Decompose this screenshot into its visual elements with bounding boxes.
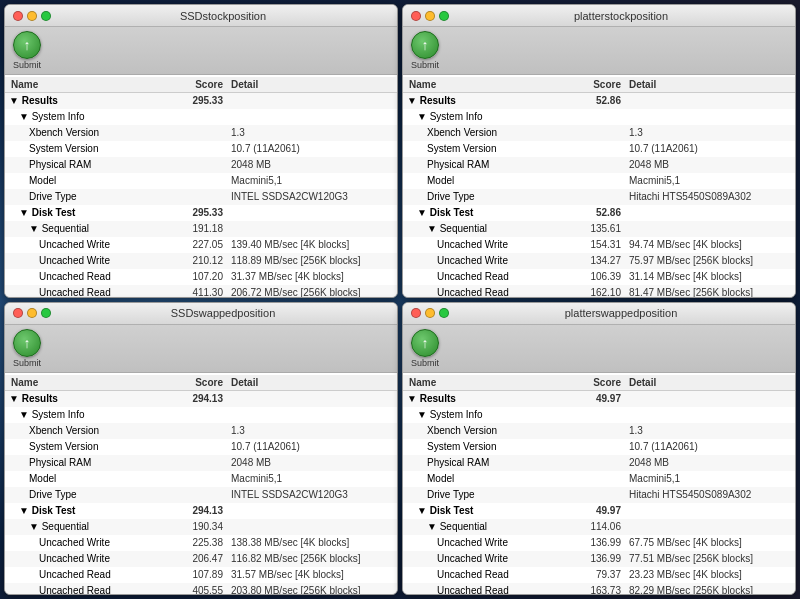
submit-label: Submit [411, 60, 439, 70]
row-detail: 2048 MB [231, 158, 393, 172]
row-score [569, 142, 629, 156]
row-detail: 1.3 [629, 126, 791, 140]
table-row: Model Macmini5,1 [403, 471, 795, 487]
maximize-button[interactable] [41, 308, 51, 318]
row-detail: 116.82 MB/sec [256K blocks] [231, 552, 393, 566]
row-name: Uncached Read [9, 568, 171, 582]
row-name: ▼ Results [9, 94, 171, 108]
table-row: Drive Type Hitachi HTS5450S089A302 [403, 487, 795, 503]
content-area: Name Score Detail ▼ Results 52.86 ▼ Syst… [403, 75, 795, 297]
row-name: ▼ Disk Test [9, 504, 171, 518]
row-score: 294.13 [171, 504, 231, 518]
table-row: Uncached Write 134.27 75.97 MB/sec [256K… [403, 253, 795, 269]
row-detail: 10.7 (11A2061) [629, 142, 791, 156]
minimize-button[interactable] [425, 11, 435, 21]
close-button[interactable] [13, 11, 23, 21]
table-row: Model Macmini5,1 [5, 173, 397, 189]
close-button[interactable] [411, 308, 421, 318]
submit-button[interactable]: Submit [13, 329, 41, 368]
row-detail: 77.51 MB/sec [256K blocks] [629, 552, 791, 566]
table-row: ▼ Disk Test 49.97 [403, 503, 795, 519]
row-name: Uncached Write [9, 552, 171, 566]
row-detail: 82.29 MB/sec [256K blocks] [629, 584, 791, 595]
row-score: 225.38 [171, 536, 231, 550]
row-name: ▼ Results [9, 392, 171, 406]
row-name: ▼ Disk Test [407, 504, 569, 518]
row-name: Uncached Write [9, 536, 171, 550]
row-score [569, 126, 629, 140]
row-detail: 1.3 [231, 126, 393, 140]
row-score [171, 126, 231, 140]
row-name: Model [9, 174, 171, 188]
row-detail: INTEL SSDSA2CW120G3 [231, 488, 393, 502]
col-score-header: Score [171, 79, 231, 90]
maximize-button[interactable] [41, 11, 51, 21]
table-row: Uncached Write 206.47 116.82 MB/sec [256… [5, 551, 397, 567]
row-score: 411.30 [171, 286, 231, 297]
row-score: 405.55 [171, 584, 231, 595]
title-bar: platterstockposition [403, 5, 795, 27]
minimize-button[interactable] [27, 308, 37, 318]
row-score [171, 174, 231, 188]
row-detail [629, 110, 791, 124]
content-area: Name Score Detail ▼ Results 49.97 ▼ Syst… [403, 373, 795, 595]
row-detail: Hitachi HTS5450S089A302 [629, 488, 791, 502]
table-row: ▼ Sequential 191.18 [5, 221, 397, 237]
row-detail [629, 504, 791, 518]
row-detail: 10.7 (11A2061) [231, 142, 393, 156]
submit-button[interactable]: Submit [13, 31, 41, 70]
minimize-button[interactable] [425, 308, 435, 318]
toolbar: Submit [403, 325, 795, 373]
row-name: Physical RAM [407, 158, 569, 172]
row-detail [629, 94, 791, 108]
row-name: Xbench Version [407, 126, 569, 140]
window-controls [13, 308, 51, 318]
submit-label: Submit [13, 358, 41, 368]
col-score-header: Score [569, 377, 629, 388]
row-score: 52.86 [569, 206, 629, 220]
title-bar: SSDstockposition [5, 5, 397, 27]
submit-button[interactable]: Submit [411, 31, 439, 70]
row-name: ▼ Sequential [407, 222, 569, 236]
table-row: ▼ Results 294.13 [5, 391, 397, 407]
table-row: ▼ System Info [5, 407, 397, 423]
row-detail: 206.72 MB/sec [256K blocks] [231, 286, 393, 297]
submit-button[interactable]: Submit [411, 329, 439, 368]
submit-label: Submit [411, 358, 439, 368]
row-score: 114.06 [569, 520, 629, 534]
row-score: 163.73 [569, 584, 629, 595]
table-row: ▼ Sequential 190.34 [5, 519, 397, 535]
row-score: 295.33 [171, 94, 231, 108]
row-score: 136.99 [569, 552, 629, 566]
row-detail: 94.74 MB/sec [4K blocks] [629, 238, 791, 252]
row-detail: Macmini5,1 [231, 174, 393, 188]
table-row: Uncached Read 162.10 81.47 MB/sec [256K … [403, 285, 795, 297]
close-button[interactable] [13, 308, 23, 318]
col-score-header: Score [569, 79, 629, 90]
row-detail [629, 222, 791, 236]
row-name: System Version [9, 142, 171, 156]
row-score [171, 408, 231, 422]
row-name: Drive Type [9, 488, 171, 502]
row-name: Drive Type [407, 488, 569, 502]
row-name: ▼ Results [407, 94, 569, 108]
row-detail: 23.23 MB/sec [4K blocks] [629, 568, 791, 582]
row-score: 294.13 [171, 392, 231, 406]
window-title: platterswappedposition [455, 307, 787, 319]
row-score [171, 488, 231, 502]
row-score [569, 472, 629, 486]
row-score [171, 456, 231, 470]
row-detail: Macmini5,1 [629, 174, 791, 188]
minimize-button[interactable] [27, 11, 37, 21]
row-detail [629, 392, 791, 406]
row-score [569, 488, 629, 502]
title-bar: SSDswappedposition [5, 303, 397, 325]
maximize-button[interactable] [439, 11, 449, 21]
table-row: Uncached Read 411.30 206.72 MB/sec [256K… [5, 285, 397, 297]
close-button[interactable] [411, 11, 421, 21]
row-detail [231, 520, 393, 534]
row-detail: 1.3 [231, 424, 393, 438]
table-header: Name Score Detail [403, 77, 795, 93]
maximize-button[interactable] [439, 308, 449, 318]
table-row: System Version 10.7 (11A2061) [5, 141, 397, 157]
